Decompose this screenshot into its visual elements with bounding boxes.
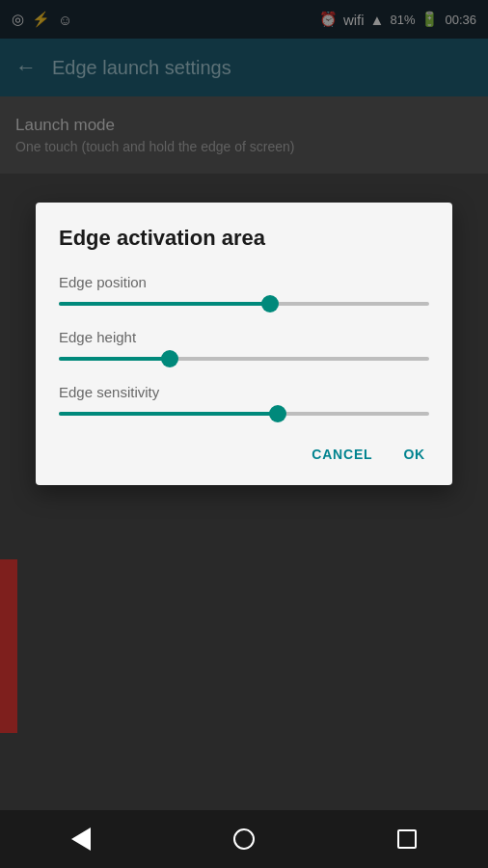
edge-height-track[interactable] [59, 357, 429, 361]
ok-button[interactable]: OK [399, 439, 429, 470]
edge-height-slider-container: Edge height [59, 329, 429, 361]
dialog-actions: CANCEL OK [59, 439, 429, 470]
edge-position-slider-container: Edge position [59, 274, 429, 306]
edge-position-fill [59, 302, 270, 306]
edge-activation-dialog: Edge activation area Edge position Edge … [36, 203, 452, 485]
cancel-button[interactable]: CANCEL [308, 439, 376, 470]
edge-position-track[interactable] [59, 302, 429, 306]
bottom-nav-bar [0, 810, 488, 868]
back-nav-button[interactable] [71, 827, 91, 851]
edge-sensitivity-fill [59, 412, 278, 416]
edge-sensitivity-track[interactable] [59, 412, 429, 416]
edge-position-thumb[interactable] [261, 295, 279, 312]
edge-sensitivity-thumb[interactable] [269, 405, 286, 422]
edge-sensitivity-slider-container: Edge sensitivity [59, 384, 429, 416]
edge-position-label: Edge position [59, 274, 429, 290]
dialog-title: Edge activation area [59, 226, 429, 251]
recent-nav-button[interactable] [397, 829, 417, 849]
edge-height-thumb[interactable] [161, 350, 178, 367]
edge-height-fill [59, 357, 170, 361]
edge-height-label: Edge height [59, 329, 429, 345]
edge-sensitivity-label: Edge sensitivity [59, 384, 429, 400]
home-nav-button[interactable] [233, 828, 255, 850]
